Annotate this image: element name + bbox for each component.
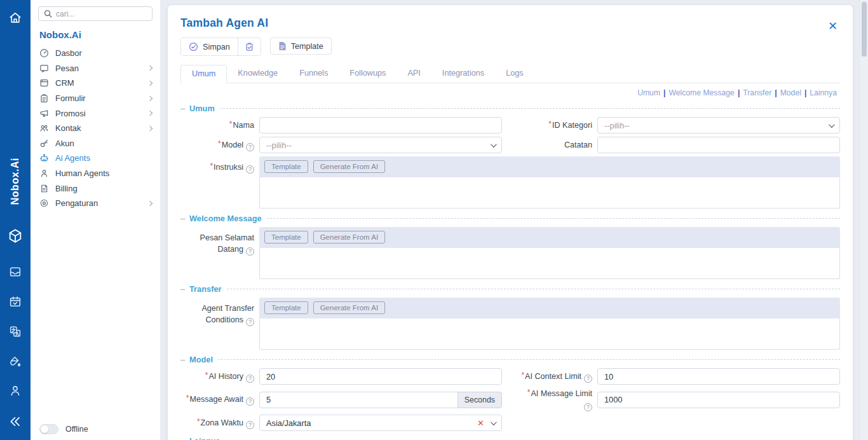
tab-funnels[interactable]: Funnels: [288, 65, 339, 83]
ai-context-limit-input[interactable]: [597, 368, 840, 385]
section-header-welcome-message: Welcome Message: [180, 214, 840, 223]
nama-input[interactable]: [259, 117, 502, 134]
transfer-template-button[interactable]: Template: [264, 301, 308, 314]
chevron-right-icon: [147, 111, 153, 116]
seconds-addon[interactable]: Seconds: [458, 392, 502, 408]
anchor-model[interactable]: Model: [780, 88, 801, 97]
instruksi-label: Instruksi: [180, 156, 259, 174]
tab-integrations[interactable]: Integrations: [431, 65, 495, 83]
collapse-section-icon[interactable]: [180, 436, 189, 440]
id-kategori-select[interactable]: --pilih--: [597, 117, 840, 134]
template-button[interactable]: Template: [270, 38, 332, 55]
home-icon[interactable]: [8, 11, 22, 25]
clipboard-check-button[interactable]: [238, 38, 261, 55]
anchor-transfer[interactable]: Transfer: [743, 88, 771, 97]
key-icon: [39, 138, 50, 148]
transfer-conditions-textarea[interactable]: [259, 318, 840, 350]
panel-toolbar: Simpan Template: [180, 38, 840, 56]
close-icon[interactable]: ✕: [828, 20, 837, 32]
nobox-cube-logo-icon: [7, 228, 24, 244]
clear-icon[interactable]: ✕: [477, 418, 484, 428]
app-rail: Nobox.Ai: [0, 0, 31, 440]
sidebar: Nobox.Ai Dasbor Pesan CRM Formulir Promo…: [31, 0, 160, 440]
tab-knowledge[interactable]: Knowledge: [227, 65, 288, 83]
collapse-section-icon[interactable]: [180, 355, 189, 364]
welcome-message-textarea[interactable]: [259, 247, 840, 279]
help-icon[interactable]: [246, 421, 254, 429]
help-icon[interactable]: [584, 375, 592, 383]
instruksi-template-button[interactable]: Template: [264, 160, 308, 173]
sidebar-item-ai-agents[interactable]: Ai Agents: [31, 151, 160, 166]
offline-label: Offline: [65, 425, 88, 434]
help-icon[interactable]: [246, 165, 254, 174]
help-icon[interactable]: [246, 247, 254, 256]
collapse-sidebar-icon[interactable]: [8, 415, 22, 429]
welcome-generate-ai-button[interactable]: Generate From AI: [313, 231, 385, 244]
message-await-label: Message Await: [180, 394, 259, 406]
welcome-template-button[interactable]: Template: [264, 231, 308, 244]
collapse-section-icon[interactable]: [180, 284, 189, 294]
paint-bucket-icon[interactable]: [9, 355, 22, 368]
anchor-lainnya[interactable]: Lainnya: [810, 88, 837, 97]
sidebar-item-crm[interactable]: CRM: [31, 76, 160, 91]
tab-followups[interactable]: Followups: [339, 65, 397, 83]
zona-waktu-select[interactable]: Asia/Jakarta ✕: [259, 415, 502, 431]
model-select[interactable]: --pilih--: [259, 137, 502, 153]
page-title: Tambah Agen AI: [180, 17, 840, 30]
anchor-welcome-message[interactable]: Welcome Message: [668, 88, 734, 97]
save-button-group: Simpan: [180, 38, 261, 56]
vertical-scrollbar[interactable]: [859, 0, 868, 440]
tab-api[interactable]: API: [397, 65, 431, 83]
sidebar-item-human-agents[interactable]: Human Agents: [31, 166, 160, 181]
chevron-right-icon: [147, 200, 153, 205]
help-icon[interactable]: [246, 143, 254, 151]
ai-history-input[interactable]: [259, 368, 502, 385]
help-icon[interactable]: [246, 397, 254, 406]
catatan-input[interactable]: [597, 137, 840, 153]
instruksi-generate-ai-button[interactable]: Generate From AI: [313, 160, 385, 173]
tambah-agen-ai-panel: Tambah Agen AI ✕ Simpan Template Umum Kn…: [168, 5, 853, 440]
sidebar-item-formulir[interactable]: Formulir: [31, 91, 160, 106]
clipboard-icon: [39, 93, 50, 104]
collapse-section-icon[interactable]: [180, 214, 189, 223]
tab-logs[interactable]: Logs: [495, 65, 534, 83]
collapse-section-icon[interactable]: [180, 104, 189, 113]
model-label: Model: [180, 139, 259, 151]
scrollbar-thumb[interactable]: [862, 2, 867, 57]
sidebar-search[interactable]: [38, 6, 153, 21]
help-icon[interactable]: [584, 403, 592, 411]
sidebar-item-dasbor[interactable]: Dasbor: [31, 46, 160, 61]
document-icon: [278, 41, 287, 51]
tab-umum[interactable]: Umum: [180, 65, 227, 83]
profile-icon[interactable]: [9, 384, 22, 397]
instruksi-textarea[interactable]: [259, 177, 840, 209]
inbox-tray-icon[interactable]: [9, 265, 22, 278]
section-header-transfer: Transfer: [180, 284, 840, 294]
invoice-icon: [39, 183, 50, 193]
gear-icon: [39, 198, 50, 209]
sidebar-item-pesan[interactable]: Pesan: [31, 61, 160, 76]
sidebar-item-promosi[interactable]: Promosi: [31, 106, 160, 121]
help-icon[interactable]: [246, 375, 254, 383]
sidebar-item-akun[interactable]: Akun: [31, 136, 160, 151]
sidebar-item-billing[interactable]: Billing: [31, 181, 160, 196]
save-button[interactable]: Simpan: [181, 38, 238, 55]
anchor-umum[interactable]: Umum: [637, 88, 660, 97]
search-icon: [44, 10, 52, 18]
sidebar-item-pengaturan[interactable]: Pengaturan: [31, 196, 160, 211]
translate-icon[interactable]: [9, 325, 22, 338]
transfer-conditions-editor: Template Generate From AI: [259, 298, 840, 350]
ai-message-limit-input[interactable]: [597, 392, 840, 408]
sidebar-item-kontak[interactable]: Kontak: [31, 121, 160, 136]
sidebar-brand: Nobox.Ai: [39, 29, 160, 40]
transfer-generate-ai-button[interactable]: Generate From AI: [313, 301, 385, 314]
calendar-check-icon[interactable]: [9, 295, 22, 308]
chevron-right-icon: [147, 81, 153, 86]
message-await-input[interactable]: [259, 392, 458, 408]
section-header-model: Model: [180, 355, 840, 364]
check-circle-icon: [189, 42, 198, 52]
chevron-right-icon: [147, 95, 153, 100]
offline-toggle[interactable]: [39, 424, 58, 434]
help-icon[interactable]: [246, 318, 254, 326]
search-input[interactable]: [56, 10, 154, 18]
